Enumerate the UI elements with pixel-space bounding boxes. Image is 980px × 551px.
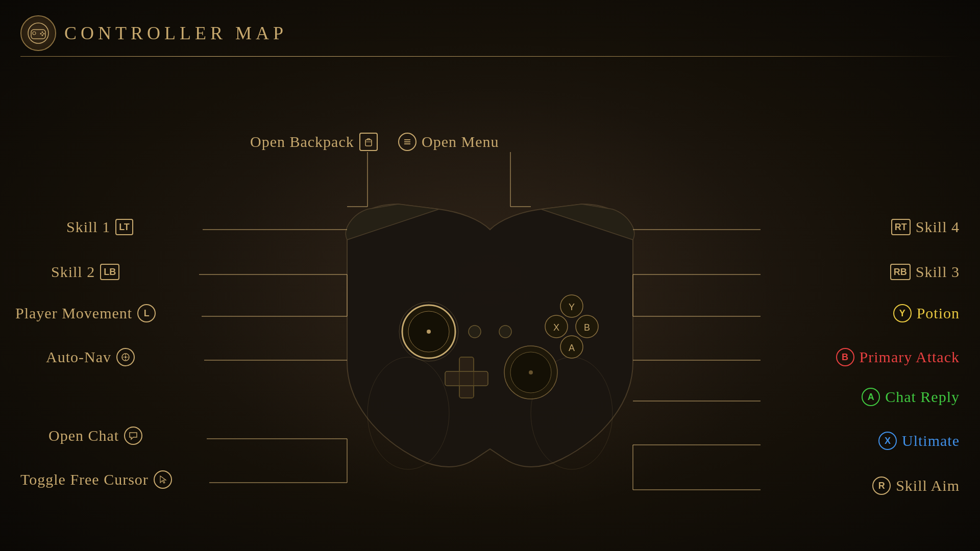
ultimate-text: Ultimate xyxy=(902,432,960,449)
skill4-text: Skill 4 xyxy=(916,218,960,236)
svg-rect-18 xyxy=(445,371,488,386)
chat-icon-badge xyxy=(124,427,142,445)
open-chat-text: Open Chat xyxy=(48,427,119,444)
open-chat-label: Open Chat xyxy=(48,427,142,445)
backpack-icon-badge xyxy=(359,133,378,151)
b-badge: B xyxy=(836,348,854,366)
page-title: CONTROLLER MAP xyxy=(64,22,287,44)
svg-point-26 xyxy=(560,336,583,358)
open-backpack-label: Open Backpack xyxy=(250,133,378,151)
svg-text:Y: Y xyxy=(569,302,575,312)
main-content: Y B A X xyxy=(0,66,980,551)
open-menu-label: Open Menu xyxy=(398,133,499,151)
ultimate-label: X Ultimate xyxy=(878,432,960,450)
open-menu-text: Open Menu xyxy=(422,133,499,151)
primary-attack-text: Primary Attack xyxy=(860,348,960,366)
svg-point-16 xyxy=(529,370,533,374)
skill-aim-label: R Skill Aim xyxy=(872,477,960,495)
potion-label: Y Potion xyxy=(893,304,960,322)
menu-icon-badge xyxy=(398,133,416,151)
svg-point-2 xyxy=(33,32,36,35)
skill2-label: Skill 2 LB xyxy=(51,263,119,281)
svg-point-12 xyxy=(402,305,455,358)
y-badge: Y xyxy=(893,304,912,322)
svg-point-14 xyxy=(504,346,557,399)
skill2-text: Skill 2 xyxy=(51,263,95,281)
skill3-label: RB Skill 3 xyxy=(890,263,960,281)
lb-badge: LB xyxy=(100,264,119,280)
svg-point-28 xyxy=(545,315,568,338)
header-divider xyxy=(20,56,960,57)
svg-point-7 xyxy=(368,357,449,469)
toggle-cursor-label: Toggle Free Cursor xyxy=(20,470,172,489)
primary-attack-label: B Primary Attack xyxy=(836,348,960,366)
svg-point-11 xyxy=(427,330,431,334)
rt-badge: RT xyxy=(891,219,911,235)
controller-icon xyxy=(20,15,56,51)
svg-text:X: X xyxy=(553,322,559,333)
cursor-icon-badge xyxy=(154,470,172,489)
chat-reply-text: Chat Reply xyxy=(885,388,960,406)
auto-nav-text: Auto-Nav xyxy=(46,348,111,366)
svg-point-58 xyxy=(125,356,127,358)
potion-text: Potion xyxy=(917,305,960,322)
svg-point-9 xyxy=(402,305,455,358)
svg-rect-19 xyxy=(459,357,474,398)
svg-rect-52 xyxy=(365,140,372,146)
svg-point-21 xyxy=(499,325,511,338)
svg-point-15 xyxy=(510,352,551,393)
r-badge: R xyxy=(872,477,891,495)
header: CONTROLLER MAP xyxy=(20,15,287,51)
player-movement-label: Player Movement L xyxy=(15,304,156,322)
a-badge: A xyxy=(862,388,880,406)
svg-rect-17 xyxy=(459,357,474,398)
player-movement-text: Player Movement xyxy=(15,305,132,322)
svg-text:B: B xyxy=(584,322,590,333)
autonav-icon-badge xyxy=(116,348,135,366)
x-badge: X xyxy=(878,432,897,450)
svg-point-24 xyxy=(576,315,598,338)
skill1-label: Skill 1 LT xyxy=(66,218,133,236)
svg-point-5 xyxy=(42,35,43,36)
skill1-text: Skill 1 xyxy=(66,218,110,236)
svg-point-22 xyxy=(560,295,583,317)
toggle-cursor-text: Toggle Free Cursor xyxy=(20,471,149,488)
skill-aim-text: Skill Aim xyxy=(896,477,960,494)
rb-badge: RB xyxy=(890,264,911,280)
svg-point-6 xyxy=(40,33,42,35)
skill4-label: RT Skill 4 xyxy=(891,218,960,236)
l-badge: L xyxy=(137,304,156,322)
svg-text:A: A xyxy=(569,343,575,353)
svg-point-4 xyxy=(43,33,45,35)
skill3-text: Skill 3 xyxy=(916,263,960,281)
svg-point-3 xyxy=(42,32,43,33)
svg-point-13 xyxy=(399,302,458,361)
lt-badge: LT xyxy=(115,219,133,235)
svg-point-10 xyxy=(408,311,449,352)
open-backpack-text: Open Backpack xyxy=(250,133,354,151)
svg-point-8 xyxy=(531,357,612,469)
chat-reply-label: A Chat Reply xyxy=(862,388,960,406)
auto-nav-label: Auto-Nav xyxy=(46,348,135,366)
svg-point-20 xyxy=(469,325,481,338)
